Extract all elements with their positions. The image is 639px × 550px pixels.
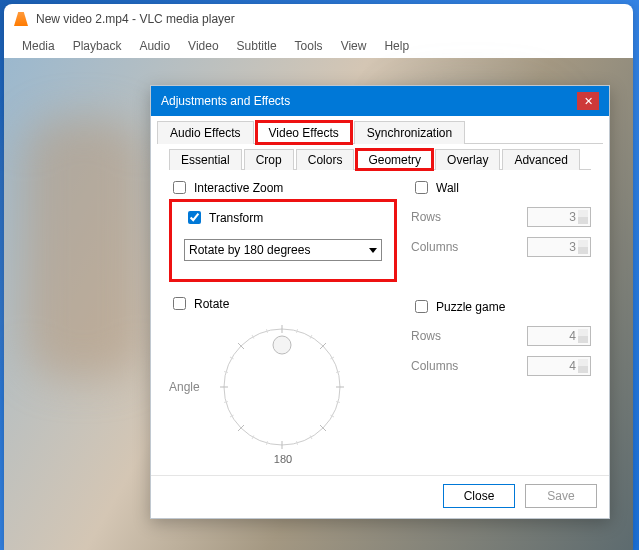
vlc-icon: [14, 12, 28, 26]
svg-line-16: [296, 441, 297, 445]
subtab-geometry[interactable]: Geometry: [356, 149, 433, 170]
interactive-zoom-input[interactable]: [173, 181, 186, 194]
svg-line-21: [224, 371, 228, 372]
rotate-group: Rotate Angle: [169, 294, 397, 465]
wall-input[interactable]: [415, 181, 428, 194]
wall-group: Rows 3 Columns 3: [411, 207, 591, 277]
menu-tools[interactable]: Tools: [295, 39, 323, 53]
wall-cols-spinner[interactable]: 3: [527, 237, 591, 257]
svg-line-13: [336, 401, 340, 402]
tab-synchronization[interactable]: Synchronization: [354, 121, 465, 144]
puzzle-rows-spinner[interactable]: 4: [527, 326, 591, 346]
menubar: Media Playback Audio Video Subtitle Tool…: [4, 34, 633, 58]
svg-line-9: [296, 329, 297, 333]
wall-cols-label: Columns: [411, 240, 458, 254]
wall-rows-spinner[interactable]: 3: [527, 207, 591, 227]
transform-checkbox[interactable]: Transform: [184, 208, 382, 227]
save-button[interactable]: Save: [525, 484, 597, 508]
menu-video[interactable]: Video: [188, 39, 218, 53]
sub-tabs: Essential Crop Colors Geometry Overlay A…: [169, 148, 591, 170]
dialog-close-button[interactable]: ✕: [577, 92, 599, 110]
titlebar: New video 2.mp4 - VLC media player: [4, 4, 633, 34]
rotate-input[interactable]: [173, 297, 186, 310]
subtab-essential[interactable]: Essential: [169, 149, 242, 170]
subtab-advanced[interactable]: Advanced: [502, 149, 579, 170]
interactive-zoom-checkbox[interactable]: Interactive Zoom: [169, 178, 397, 197]
rotate-dial[interactable]: [212, 317, 352, 457]
close-button[interactable]: Close: [443, 484, 515, 508]
svg-line-20: [224, 401, 228, 402]
puzzle-cols-spinner[interactable]: 4: [527, 356, 591, 376]
menu-playback[interactable]: Playback: [73, 39, 122, 53]
puzzle-group: Rows 4 Columns 4: [411, 326, 591, 376]
svg-line-17: [266, 441, 267, 445]
svg-line-24: [266, 329, 267, 333]
chevron-down-icon: [369, 248, 377, 253]
wall-rows-label: Rows: [411, 210, 441, 224]
menu-media[interactable]: Media: [22, 39, 55, 53]
subtab-crop[interactable]: Crop: [244, 149, 294, 170]
transform-input[interactable]: [188, 211, 201, 224]
transform-select[interactable]: Rotate by 180 degrees: [184, 239, 382, 261]
tab-video-effects[interactable]: Video Effects: [256, 121, 352, 144]
svg-line-12: [336, 371, 340, 372]
dialog-buttons: Close Save: [151, 475, 609, 518]
dialog-titlebar: Adjustments and Effects ✕: [151, 86, 609, 116]
puzzle-checkbox[interactable]: Puzzle game: [411, 297, 591, 316]
geometry-panel: Interactive Zoom Transform Rotate by 180…: [151, 170, 609, 469]
main-tabs: Audio Effects Video Effects Synchronizat…: [157, 120, 603, 144]
menu-subtitle[interactable]: Subtitle: [237, 39, 277, 53]
menu-help[interactable]: Help: [384, 39, 409, 53]
menu-view[interactable]: View: [341, 39, 367, 53]
transform-group: Transform Rotate by 180 degrees: [169, 199, 397, 282]
rotate-checkbox[interactable]: Rotate: [169, 294, 397, 313]
menu-audio[interactable]: Audio: [139, 39, 170, 53]
window-title: New video 2.mp4 - VLC media player: [36, 12, 235, 26]
wall-checkbox[interactable]: Wall: [411, 178, 591, 197]
puzzle-rows-label: Rows: [411, 329, 441, 343]
dialog-title: Adjustments and Effects: [161, 94, 290, 108]
adjustments-dialog: Adjustments and Effects ✕ Audio Effects …: [150, 85, 610, 519]
tab-audio-effects[interactable]: Audio Effects: [157, 121, 254, 144]
puzzle-cols-label: Columns: [411, 359, 458, 373]
puzzle-input[interactable]: [415, 300, 428, 313]
angle-label: Angle: [169, 380, 200, 394]
subtab-colors[interactable]: Colors: [296, 149, 355, 170]
subtab-overlay[interactable]: Overlay: [435, 149, 500, 170]
transform-select-value: Rotate by 180 degrees: [189, 243, 310, 257]
svg-point-25: [273, 336, 291, 354]
